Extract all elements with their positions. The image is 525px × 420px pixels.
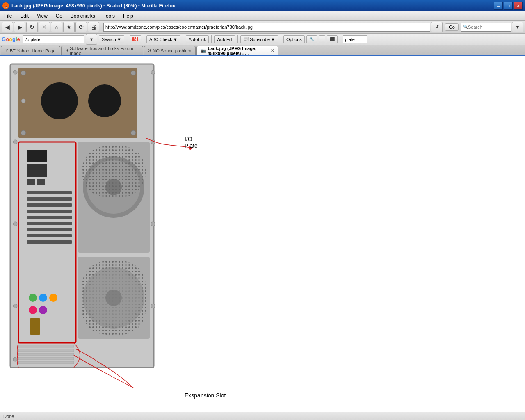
svg-point-25 [39, 294, 47, 302]
forward-button[interactable]: ▶ [14, 22, 25, 32]
svg-point-46 [13, 70, 17, 74]
separator-1 [127, 35, 127, 43]
stop-button[interactable]: ✕ [39, 22, 50, 32]
check-dropdown: ▼ [173, 37, 178, 42]
svg-point-6 [131, 130, 136, 135]
google-search-input[interactable] [25, 37, 74, 42]
close-button[interactable]: ✕ [514, 2, 523, 10]
check-label: Check [160, 37, 172, 42]
tab-software-tips-label: Software Tips and Tricks Forum - Inbox [70, 46, 138, 56]
tab-back-jpg[interactable]: 📷 back.jpg (JPEG Image, 458×990 pixels) … [196, 46, 278, 55]
separator-6 [281, 35, 281, 43]
tab-bt-yahoo-icon: Y [5, 48, 8, 53]
svg-rect-16 [27, 197, 72, 201]
menu-file[interactable]: File [2, 12, 14, 20]
options-button[interactable]: Options [283, 35, 305, 43]
computer-case-image [6, 60, 162, 372]
svg-rect-29 [30, 318, 40, 335]
spellcheck-button[interactable]: ABC Check ▼ [146, 35, 180, 43]
tab-bt-yahoo[interactable]: Y BT Yahoo! Home Page [1, 46, 60, 55]
reload-button[interactable]: ↻ [26, 22, 38, 32]
autofill-button[interactable]: AutoFill [214, 35, 235, 43]
google-toolbar: Google ▼ Search ▼ M ABC Check ▼ AutoLink… [0, 34, 525, 45]
svg-rect-15 [27, 191, 72, 194]
io-label-line1: I/O [185, 136, 198, 142]
status-bar: Done [0, 412, 525, 420]
toolbar-icon3[interactable]: ⬛ [327, 35, 338, 43]
svg-point-48 [13, 222, 17, 226]
menu-tools[interactable]: Tools [101, 12, 117, 20]
plate-input-box [343, 35, 368, 43]
io-label-line2: Plate [185, 142, 198, 149]
svg-point-53 [151, 222, 155, 226]
svg-rect-21 [27, 228, 72, 231]
back-button[interactable]: ◀ [2, 22, 13, 32]
toolbar-icon1[interactable]: 🔧 [306, 35, 317, 43]
nav-bar: ◀ ▶ ↻ ✕ ⌂ ★ ⟳ 🖨 ↺ Go 🔍 ▼ [0, 21, 525, 34]
tab-no-sound-label: NO Sound problem [153, 48, 191, 53]
home-button[interactable]: ⌂ [51, 22, 62, 32]
bookmarks-button[interactable]: ★ [63, 22, 75, 32]
svg-point-5 [21, 130, 26, 135]
refresh-icon[interactable]: ↺ [431, 22, 443, 32]
svg-point-40 [105, 290, 122, 306]
browser-window: 🦊 back.jpg (JPEG Image, 458x990 pixels) … [0, 0, 525, 420]
svg-point-54 [151, 304, 155, 308]
subscribe-dropdown: ▼ [271, 37, 275, 42]
address-input[interactable] [105, 25, 428, 30]
tab-software-tips[interactable]: S Software Tips and Tricks Forum - Inbox [61, 46, 143, 55]
status-text: Done [3, 414, 14, 419]
spellcheck-icon: ABC [149, 37, 159, 42]
svg-rect-45 [18, 361, 74, 364]
separator-5 [237, 35, 238, 43]
google-search-box [23, 35, 84, 43]
svg-point-51 [151, 70, 155, 74]
search-input[interactable] [468, 25, 509, 30]
tabs-bar: Y BT Yahoo! Home Page S Software Tips an… [0, 45, 525, 56]
expansion-slot-label: Exspansion Slot [185, 392, 226, 399]
search-dropdown-icon: ▼ [117, 37, 121, 42]
google-search-dropdown[interactable]: ▼ [86, 34, 97, 45]
firefox-icon: 🦊 [2, 2, 9, 9]
svg-rect-12 [27, 164, 47, 177]
print-button[interactable]: 🖨 [88, 22, 99, 32]
window-controls: – □ ✕ [494, 2, 523, 10]
menu-view[interactable]: View [34, 12, 50, 20]
svg-point-7 [41, 82, 78, 119]
tab-no-sound[interactable]: S NO Sound problem [144, 46, 196, 55]
maximize-button[interactable]: □ [504, 2, 513, 10]
search-options-button[interactable]: ▼ [512, 22, 523, 32]
separator-3 [183, 35, 183, 43]
menu-help[interactable]: Help [121, 12, 136, 20]
tab-close-button[interactable]: ✕ [270, 48, 274, 54]
separator-4 [211, 35, 212, 43]
svg-rect-13 [27, 179, 35, 185]
svg-point-4 [131, 71, 136, 75]
options-label: Options [286, 37, 302, 42]
svg-point-26 [49, 294, 57, 302]
autolink-button[interactable]: AutoLink [186, 35, 209, 43]
svg-rect-43 [18, 353, 74, 356]
go-button[interactable]: Go [445, 23, 459, 31]
io-plate-annotation-label: I/O Plate [185, 136, 198, 149]
minimize-button[interactable]: – [494, 2, 503, 10]
gmail-button[interactable]: M [130, 35, 141, 43]
subscribe-button[interactable]: 📰 Subscribe ▼ [240, 35, 278, 43]
svg-point-9 [21, 99, 25, 103]
subscribe-label: Subscribe [250, 37, 270, 42]
svg-rect-19 [27, 216, 72, 219]
menu-edit[interactable]: Edit [18, 12, 31, 20]
tab-back-jpg-icon: 📷 [201, 48, 206, 53]
plate-input[interactable] [345, 37, 365, 42]
menu-go[interactable]: Go [53, 12, 65, 20]
search-box: 🔍 [461, 23, 511, 32]
toolbar-icon2[interactable]: i [319, 35, 325, 43]
history-button[interactable]: ⟳ [75, 22, 87, 32]
svg-rect-20 [27, 222, 72, 225]
menu-bookmarks[interactable]: Bookmarks [68, 12, 98, 20]
address-bar [103, 23, 430, 32]
svg-point-3 [21, 71, 26, 75]
google-search-button[interactable]: Search ▼ [99, 35, 124, 43]
svg-point-47 [13, 140, 17, 144]
search-label: Search [102, 37, 116, 42]
